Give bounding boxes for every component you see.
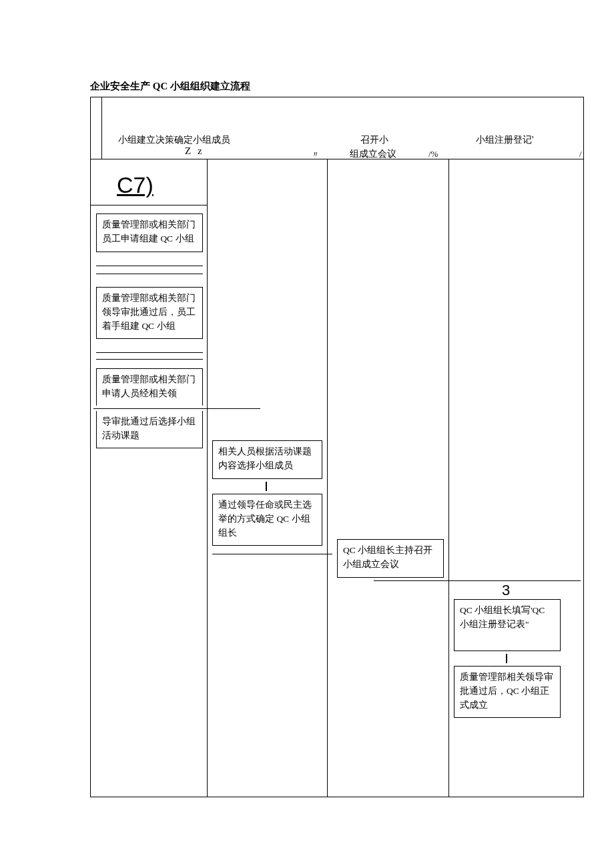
step-select-topic-bot: 导审批通过后选择小组活动课题 [96, 411, 203, 448]
divider-a2 [96, 274, 203, 274]
header-col2a: 召开小 [360, 134, 388, 146]
header-col3: 小组注册登记' [476, 134, 534, 146]
header-slash: / [579, 149, 582, 159]
hr-e [212, 554, 332, 554]
header-dq: 〃 [311, 149, 320, 161]
step-fill-form: QC 小组组长填写'QC 小组注册登记表" [454, 599, 561, 651]
page-title: 企业安全生产 QC 小组组织建立流程 [90, 80, 250, 93]
header-hline [90, 159, 584, 159]
step-formal-establish: 质量管理部相关领导审批通过后，QC 小组正式成立 [454, 666, 561, 718]
hr-f [374, 580, 581, 581]
step-appoint-leader: 通过领导任命或民主选举的方式确定 QC 小组组长 [212, 494, 322, 546]
step-founding-meeting: QC 小组组长主持召开小组成立会议 [337, 539, 444, 578]
connector-g [506, 654, 507, 663]
step-approve-build: 质量管理部或相关部门领导审批通过后，员工着手组建 QC 小组 [96, 287, 203, 339]
label-3: 3 [502, 582, 510, 599]
divider-b [96, 352, 203, 353]
col-divider-1 [207, 159, 208, 797]
hr-c [93, 408, 260, 409]
step-select-topic-top: 质量管理部或相关部门申请人员经相关领 [96, 368, 203, 406]
header-col1: 小组建立决策确定小组成员 [118, 134, 230, 146]
divider-a [96, 266, 203, 266]
connector-d [266, 482, 267, 491]
header-pct: /% [428, 149, 438, 159]
header-col2b: 组成立会议 [350, 148, 396, 160]
col-divider-2 [327, 159, 328, 797]
col-divider-3 [448, 159, 449, 797]
c7-label: C7) [117, 172, 154, 198]
page-diagram: 企业安全生产 QC 小组组织建立流程 小组建立决策确定小组成员 Z z 〃 召开… [0, 0, 614, 868]
header-zz: Z z [185, 145, 204, 157]
header-vline [101, 97, 102, 159]
step-select-members: 相关人员根据活动课题内容选择小组成员 [212, 440, 322, 479]
divider-b2 [96, 359, 203, 360]
step-apply: 质量管理部或相关部门员工申请组建 QC 小组 [96, 213, 203, 252]
